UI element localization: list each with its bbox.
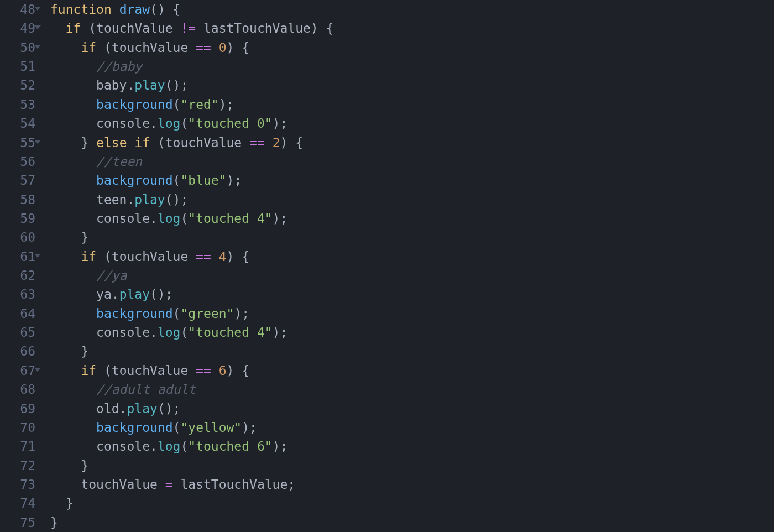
token-punc <box>211 249 219 264</box>
line-number: 72 <box>0 456 35 475</box>
code-editor[interactable]: 4849505152535455565758596061626364656667… <box>0 0 774 532</box>
code-line[interactable]: function draw() { <box>50 0 774 19</box>
token-punc: lastTouchValue) { <box>196 21 333 35</box>
token-punc: old. <box>50 401 127 416</box>
code-line[interactable]: background("green"); <box>50 304 774 323</box>
token-punc: } <box>50 230 88 244</box>
token-str: "touched 4" <box>188 325 272 340</box>
token-punc: ); <box>227 173 242 187</box>
token-punc: ( <box>173 173 181 187</box>
code-line[interactable]: } <box>50 513 774 532</box>
code-line[interactable]: } else if (touchValue == 2) { <box>50 133 774 152</box>
token-str: "touched 4" <box>188 211 272 226</box>
token-punc: ( <box>180 439 188 453</box>
code-line[interactable]: } <box>50 456 774 475</box>
code-line[interactable]: ya.play(); <box>50 285 774 304</box>
token-punc: ) { <box>227 363 250 378</box>
token-punc: ( <box>180 325 188 340</box>
line-number: 51 <box>0 57 35 76</box>
code-line[interactable]: background("red"); <box>50 95 774 114</box>
token-punc <box>50 363 81 378</box>
token-str: "touched 0" <box>188 116 272 131</box>
token-str: "yellow" <box>180 420 242 435</box>
token-punc: ya. <box>50 287 119 301</box>
token-punc <box>211 40 219 55</box>
line-number: 63 <box>0 285 35 304</box>
code-line[interactable]: old.play(); <box>50 399 774 418</box>
code-line[interactable]: } <box>50 228 774 247</box>
token-punc: ( <box>180 116 188 131</box>
token-meth: play <box>119 287 150 301</box>
code-line[interactable]: background("blue"); <box>50 171 774 190</box>
code-line[interactable]: background("yellow"); <box>50 418 774 437</box>
code-line[interactable]: //ya <box>50 266 774 285</box>
token-kw: function <box>50 2 112 17</box>
token-punc: baby. <box>50 78 134 92</box>
code-line[interactable]: //teen <box>50 152 774 171</box>
token-punc: (); <box>150 287 173 301</box>
token-kw: if <box>134 135 150 150</box>
code-area[interactable]: function draw() { if (touchValue != last… <box>38 0 774 532</box>
code-line[interactable]: if (touchValue != lastTouchValue) { <box>50 19 774 38</box>
token-punc <box>112 2 119 17</box>
code-line[interactable]: if (touchValue == 0) { <box>50 38 774 57</box>
code-line[interactable]: //baby <box>50 57 774 76</box>
token-punc: ); <box>273 211 288 226</box>
code-line[interactable]: } <box>50 342 774 361</box>
code-line[interactable]: baby.play(); <box>50 76 774 95</box>
token-punc: (); <box>165 78 189 92</box>
token-meth: log <box>158 439 181 453</box>
token-meth: play <box>134 78 165 92</box>
token-punc <box>211 363 219 378</box>
line-number: 53 <box>0 95 35 114</box>
code-line[interactable]: console.log("touched 6"); <box>50 437 774 456</box>
line-number: 64 <box>0 304 35 323</box>
code-line[interactable]: } <box>50 494 774 513</box>
token-punc: (touchValue <box>96 363 196 378</box>
code-line[interactable]: //adult adult <box>50 380 774 399</box>
token-fn: draw <box>119 2 150 17</box>
token-punc: (); <box>165 192 189 207</box>
token-punc <box>50 306 96 321</box>
line-number: 69 <box>0 399 35 418</box>
token-op: == <box>249 135 265 150</box>
token-str: "red" <box>180 97 218 112</box>
code-line[interactable]: teen.play(); <box>50 190 774 209</box>
code-line[interactable]: console.log("touched 0"); <box>50 114 774 133</box>
token-punc <box>50 382 96 397</box>
line-number: 48 <box>0 0 35 19</box>
line-number: 56 <box>0 152 35 171</box>
code-line[interactable]: if (touchValue == 4) { <box>50 247 774 266</box>
token-str: "touched 6" <box>188 439 272 453</box>
token-fn: background <box>96 173 172 187</box>
line-number: 54 <box>0 114 35 133</box>
token-cmt: //teen <box>96 154 142 169</box>
line-number: 68 <box>0 380 35 399</box>
line-number: 71 <box>0 437 35 456</box>
code-line[interactable]: console.log("touched 4"); <box>50 323 774 342</box>
token-punc <box>265 135 273 150</box>
token-punc: } <box>50 515 58 530</box>
line-number: 73 <box>0 475 35 494</box>
token-punc: () { <box>150 2 180 17</box>
token-op: == <box>196 249 211 264</box>
token-punc: console. <box>50 211 158 226</box>
token-punc <box>50 21 66 35</box>
token-punc: ( <box>173 306 181 321</box>
token-str: "blue" <box>180 173 226 187</box>
line-number: 55 <box>0 133 35 152</box>
line-number: 60 <box>0 228 35 247</box>
code-line[interactable]: touchValue = lastTouchValue; <box>50 475 774 494</box>
token-cmt: //ya <box>96 268 127 283</box>
token-cmt: //adult adult <box>96 382 196 397</box>
code-line[interactable]: if (touchValue == 6) { <box>50 361 774 380</box>
line-number: 66 <box>0 342 35 361</box>
token-punc: } <box>50 496 74 510</box>
token-punc: (touchValue <box>96 249 196 264</box>
line-number: 75 <box>0 513 35 532</box>
token-fn: background <box>96 97 172 112</box>
token-meth: play <box>127 401 157 416</box>
line-number: 59 <box>0 209 35 228</box>
token-punc <box>127 135 134 150</box>
code-line[interactable]: console.log("touched 4"); <box>50 209 774 228</box>
